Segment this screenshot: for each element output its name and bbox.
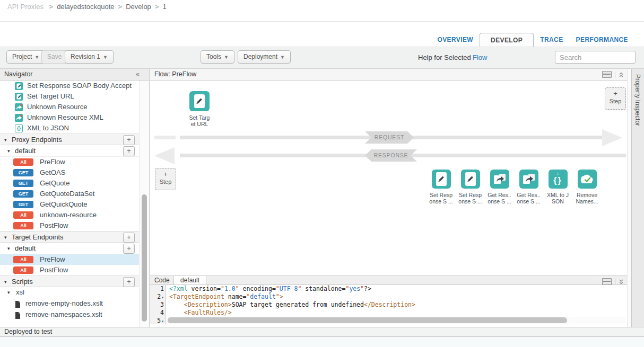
- status-bar: Deployed to test: [0, 327, 644, 337]
- nav-section-proxy-endpoints[interactable]: ▾Proxy Endpoints+: [0, 134, 139, 145]
- file-label: remove-namespaces.xslt: [25, 309, 102, 320]
- navigator-scrollbar[interactable]: [140, 81, 149, 327]
- flow-step-1[interactable]: Set Response S ...: [456, 170, 485, 204]
- tab-performance[interactable]: PERFORMANCE: [570, 33, 634, 47]
- add-button[interactable]: +: [123, 233, 135, 243]
- code-token: <Description>: [184, 301, 232, 308]
- flow-step-set-target-url[interactable]: Set Target URL: [179, 91, 220, 127]
- code-horizontal-scrollbar[interactable]: [167, 317, 626, 324]
- flow-step-5[interactable]: RemoveNames...: [572, 170, 602, 204]
- policy-label: XML to JSON: [27, 123, 69, 134]
- code-editor[interactable]: 12▾345▾ <?xml version="1.0" encoding="UT…: [150, 285, 627, 324]
- add-button[interactable]: +: [123, 135, 135, 145]
- breadcrumb-bar: API Proxies >delayedstockquote>Develop>1: [0, 0, 644, 22]
- add-button[interactable]: +: [123, 146, 135, 156]
- fold-caret-icon[interactable]: ▾: [161, 295, 164, 300]
- tab-develop[interactable]: DEVELOP: [480, 33, 534, 47]
- add-button[interactable]: +: [123, 244, 135, 254]
- code-tab-default[interactable]: default: [173, 276, 206, 284]
- nav-item-set-target-url[interactable]: Set Target URL: [0, 91, 139, 102]
- breadcrumb-item[interactable]: delayedstockquote: [57, 3, 114, 11]
- nav-item-unknown-resource[interactable]: Unknown Resource: [0, 102, 139, 112]
- flow-step-3[interactable]: Get Res..onse S ...: [514, 170, 543, 204]
- nav-item-remove-namespaces-xslt[interactable]: remove-namespaces.xslt: [0, 309, 139, 320]
- split-panel-icon[interactable]: [602, 71, 612, 78]
- project-menu-button[interactable]: Project▼: [6, 50, 45, 64]
- nav-item-getoas[interactable]: GETGetOAS: [0, 167, 139, 178]
- code-token: yes: [349, 285, 360, 292]
- policy-pencil-icon: [15, 93, 23, 101]
- nav-section-default[interactable]: ▾default+: [0, 145, 139, 157]
- add-step-button-request[interactable]: + Step: [605, 87, 626, 110]
- breadcrumb-item[interactable]: Develop: [126, 3, 151, 11]
- nav-item-xsl[interactable]: ▾xsl: [0, 287, 139, 298]
- scrollbar-thumb[interactable]: [168, 317, 567, 323]
- braces-glyph: {}: [549, 175, 568, 186]
- method-badge: GET: [13, 180, 33, 187]
- code-token: ": [236, 285, 239, 292]
- nav-item-unknown-resource-xml[interactable]: Unknown Resource XML: [0, 112, 139, 123]
- flow-step-0[interactable]: Set Response S ...: [427, 170, 456, 204]
- nav-item-getquotedataset[interactable]: GETGetQuoteDataSet: [0, 189, 139, 199]
- flow-step-2[interactable]: Get Res..onse S ...: [485, 170, 514, 204]
- policy-label: Unknown Resource: [27, 102, 87, 112]
- nav-item-getquote[interactable]: GETGetQuote: [0, 178, 139, 189]
- flow-header: Flow: PreFlow: [150, 69, 627, 81]
- search-input[interactable]: [555, 51, 636, 64]
- nav-item-getquickquote[interactable]: GETGetQuickQuote: [0, 199, 139, 210]
- step-icon-pencil: [189, 91, 210, 111]
- flow-label: PreFlow: [40, 254, 65, 265]
- scrollbar-thumb[interactable]: [142, 194, 147, 322]
- caret-down-icon[interactable]: ▾: [4, 232, 7, 243]
- nav-section-scripts[interactable]: ▾Scripts+: [0, 275, 139, 287]
- breadcrumb-root[interactable]: API Proxies: [7, 3, 43, 11]
- section-label: Proxy Endpoints: [12, 134, 62, 146]
- add-step-button-response[interactable]: + Step: [155, 168, 176, 190]
- add-step-label: Step: [605, 98, 625, 105]
- nav-item-postflow[interactable]: AllPostFlow: [0, 265, 139, 275]
- get-arrow-icon: [490, 170, 509, 189]
- caret-down-icon[interactable]: ▾: [7, 243, 10, 254]
- tab-overview[interactable]: OVERVIEW: [431, 33, 480, 47]
- property-inspector-tab[interactable]: Property Inspector: [632, 69, 641, 126]
- help-flow-link[interactable]: Flow: [473, 54, 487, 61]
- step-label: Get Res..onse S ...: [517, 192, 540, 204]
- add-button[interactable]: +: [123, 277, 135, 287]
- nav-item-xml-to-json[interactable]: {}XML to JSON: [0, 123, 139, 134]
- deployment-menu-button[interactable]: Deployment▼: [238, 50, 291, 64]
- collapse-down-icon[interactable]: [619, 279, 624, 285]
- collapse-up-icon[interactable]: [619, 72, 624, 78]
- nav-item-unknown-resource[interactable]: Allunknown-resource: [0, 210, 139, 220]
- request-label: REQUEST: [365, 131, 414, 144]
- revision-menu-button[interactable]: Revision 1▼: [65, 50, 114, 64]
- plus-icon: +: [155, 170, 176, 179]
- nav-item-postflow[interactable]: AllPostFlow: [0, 220, 139, 231]
- step-label: Set Response S ...: [458, 192, 482, 204]
- fold-caret-icon[interactable]: ▾: [161, 319, 164, 324]
- breadcrumb-item[interactable]: 1: [162, 3, 166, 11]
- caret-down-icon[interactable]: ▾: [4, 134, 7, 146]
- save-button[interactable]: Save: [41, 50, 67, 64]
- split-panel-icon[interactable]: [602, 278, 612, 285]
- nav-section-default[interactable]: ▾default+: [0, 243, 139, 254]
- collapse-panel-icon[interactable]: «: [136, 70, 140, 78]
- caret-down-icon[interactable]: ▾: [4, 276, 7, 288]
- tab-bar: OVERVIEWDEVELOPTRACEPERFORMANCE: [431, 33, 634, 47]
- step-icon-cloudcheck: [578, 170, 597, 189]
- nav-item-preflow[interactable]: AllPreFlow: [0, 157, 139, 167]
- canvas-scrollbar[interactable]: [627, 69, 631, 327]
- caret-down-icon: ▼: [224, 55, 229, 60]
- nav-section-target-endpoints[interactable]: ▾Target Endpoints+: [0, 231, 139, 243]
- tab-trace[interactable]: TRACE: [534, 33, 569, 47]
- nav-item-set-response-soap-body-accept[interactable]: Set Response SOAP Body Accept: [0, 81, 139, 91]
- method-badge: All: [13, 222, 33, 229]
- flow-step-4[interactable]: ↓{}XML to JSON: [543, 170, 572, 204]
- request-arrowhead-icon: [602, 129, 622, 146]
- caret-down-icon[interactable]: ▾: [7, 145, 10, 157]
- step-label: Set Target URL: [189, 114, 210, 127]
- caret-down-icon[interactable]: ▾: [7, 287, 10, 298]
- nav-item-remove-empty-nodes-xslt[interactable]: remove-empty-nodes.xslt: [0, 298, 139, 309]
- nav-item-preflow[interactable]: AllPreFlow: [0, 254, 139, 265]
- tools-menu-button[interactable]: Tools▼: [201, 50, 234, 64]
- down-arrow-icon: ↓: [549, 171, 568, 175]
